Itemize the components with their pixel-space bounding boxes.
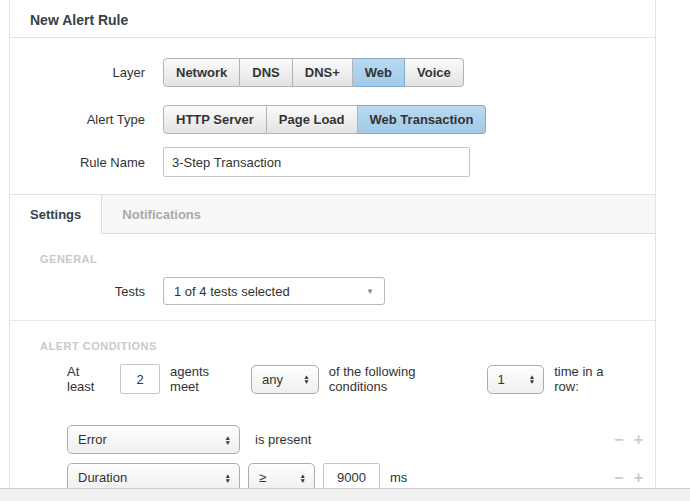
updown-arrows-icon: ▲▼	[529, 374, 535, 384]
tab-bar: Settings Notifications	[10, 194, 655, 234]
layer-row: Layer Network DNS DNS+ Web Voice	[10, 58, 655, 87]
quantifier-select[interactable]: any ▲▼	[251, 365, 319, 394]
rule-name-label: Rule Name	[10, 155, 145, 170]
page-title: New Alert Rule	[30, 12, 655, 28]
dropdown-caret-icon: ▼	[366, 287, 374, 296]
rule-name-row: Rule Name	[10, 147, 655, 177]
tests-dropdown-value: 1 of 4 tests selected	[174, 284, 290, 299]
alert-type-button-web-transaction[interactable]: Web Transaction	[358, 105, 487, 134]
alert-conditions-section-heading: ALERT CONDITIONS	[40, 340, 655, 352]
tests-label: Tests	[10, 284, 145, 299]
updown-arrows-icon: ▲▼	[225, 435, 231, 445]
times-in-a-row-select[interactable]: 1 ▲▼	[487, 365, 545, 394]
tab-notifications[interactable]: Notifications	[102, 195, 221, 233]
layer-button-voice[interactable]: Voice	[405, 58, 464, 87]
alert-type-row: Alert Type HTTP Server Page Load Web Tra…	[10, 105, 655, 134]
updown-arrows-icon: ▲▼	[225, 473, 231, 483]
sentence-conditions-text: of the following conditions	[329, 364, 477, 394]
agents-count-input[interactable]	[120, 364, 160, 394]
condition-row-actions: − +	[614, 470, 643, 486]
bottom-strip	[0, 488, 690, 501]
layer-button-dnsplus[interactable]: DNS+	[293, 58, 353, 87]
alert-type-button-group: HTTP Server Page Load Web Transaction	[163, 105, 486, 134]
plus-icon[interactable]: +	[634, 432, 643, 448]
minus-icon[interactable]: −	[614, 432, 623, 448]
condition-metric-value: Duration	[78, 470, 217, 485]
alert-type-button-page-load[interactable]: Page Load	[267, 105, 358, 134]
condition-operator-value: ≥	[259, 470, 292, 485]
alert-type-button-http-server[interactable]: HTTP Server	[163, 105, 267, 134]
sentence-middle: agents meet	[170, 364, 241, 394]
condition-description: is present	[255, 432, 311, 447]
minus-icon[interactable]: −	[614, 470, 623, 486]
layer-button-web[interactable]: Web	[353, 58, 405, 87]
tests-dropdown[interactable]: 1 of 4 tests selected ▼	[163, 277, 385, 305]
condition-unit: ms	[390, 470, 407, 485]
times-select-value: 1	[498, 372, 521, 387]
tab-settings[interactable]: Settings	[10, 195, 102, 234]
sentence-suffix: time in a row:	[554, 364, 631, 394]
layer-button-group: Network DNS DNS+ Web Voice	[163, 58, 464, 87]
section-divider	[10, 320, 655, 321]
tests-row: Tests 1 of 4 tests selected ▼	[10, 277, 655, 305]
layer-label: Layer	[10, 65, 145, 80]
title-divider	[10, 37, 655, 38]
layer-button-network[interactable]: Network	[163, 58, 240, 87]
layer-button-dns[interactable]: DNS	[240, 58, 292, 87]
new-alert-rule-panel: New Alert Rule Layer Network DNS DNS+ We…	[9, 0, 656, 488]
rule-name-input[interactable]	[163, 147, 470, 177]
updown-arrows-icon: ▲▼	[303, 374, 309, 384]
condition-row-actions: − +	[614, 432, 643, 448]
alert-type-label: Alert Type	[10, 112, 145, 127]
updown-arrows-icon: ▲▼	[300, 473, 306, 483]
plus-icon[interactable]: +	[634, 470, 643, 486]
quantifier-select-value: any	[262, 372, 295, 387]
condition-metric-select[interactable]: Error ▲▼	[67, 425, 240, 454]
condition-metric-value: Error	[78, 432, 217, 447]
sentence-prefix: At least	[67, 364, 110, 394]
general-section-heading: GENERAL	[40, 253, 655, 265]
condition-row-error: Error ▲▼ is present − +	[67, 425, 643, 454]
alert-conditions-sentence-row: At least agents meet any ▲▼ of the follo…	[67, 364, 641, 394]
